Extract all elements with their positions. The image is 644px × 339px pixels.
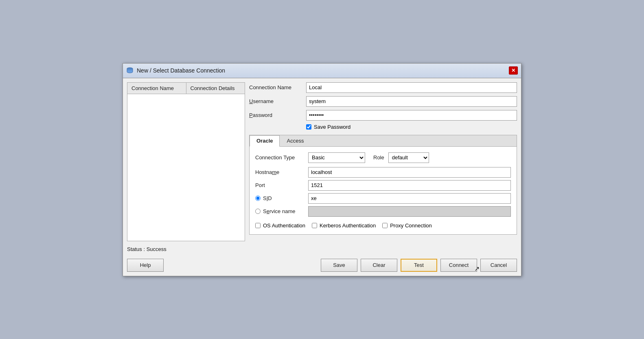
cancel-button[interactable]: Cancel (480, 259, 517, 272)
col-connection-details-header: Connection Details (186, 83, 245, 94)
col-connection-name-header: Connection Name (127, 83, 186, 94)
kerberos-auth-item: Kerberos Authentication (312, 222, 376, 229)
bottom-bar: Help Save Clear Test Connect ↗ Cancel (127, 257, 517, 272)
connect-button[interactable]: Connect (440, 259, 477, 272)
dialog-body: Connection Name Connection Details Conne… (123, 78, 521, 276)
help-button[interactable]: Help (127, 259, 164, 272)
password-input[interactable] (306, 110, 517, 121)
test-button[interactable]: Test (401, 259, 437, 272)
dialog-title: New / Select Database Connection (137, 67, 225, 74)
username-row: Username (249, 96, 517, 107)
connection-type-select[interactable]: Basic TNS LDAP Advanced (308, 152, 365, 163)
basic-fields: Hostname Port SID (255, 167, 511, 217)
tab-bar: Oracle Access (250, 135, 517, 147)
hostname-row: Hostname (255, 167, 511, 178)
proxy-conn-label: Proxy Connection (390, 222, 432, 229)
status-text: Status : Success (127, 246, 166, 252)
save-password-label: Save Password (314, 124, 350, 130)
os-auth-checkbox[interactable] (255, 223, 261, 228)
title-bar-left: New / Select Database Connection (126, 67, 225, 74)
save-password-checkbox[interactable] (306, 124, 311, 130)
hostname-input[interactable] (308, 167, 511, 178)
sid-row: SID (255, 193, 511, 204)
close-button[interactable]: ✕ (509, 66, 518, 75)
password-label: Password (249, 112, 302, 118)
os-auth-label: OS Authentication (263, 222, 305, 229)
role-select[interactable]: default SYSDBA SYSOPER (388, 152, 429, 163)
status-bar: Status : Success (127, 246, 517, 252)
username-label: Username (249, 98, 302, 104)
oracle-tab-content: Connection Type Basic TNS LDAP Advanced … (250, 147, 517, 234)
main-area: Connection Name Connection Details Conne… (127, 82, 517, 241)
connection-type-label: Connection Type (255, 154, 304, 161)
sid-input[interactable] (308, 193, 511, 204)
port-input[interactable] (308, 180, 511, 191)
right-panel: Connection Name Username Password Save P… (249, 82, 517, 241)
conn-type-row: Connection Type Basic TNS LDAP Advanced … (255, 152, 511, 163)
title-bar: New / Select Database Connection ✕ (123, 64, 521, 78)
bottom-right-buttons: Save Clear Test Connect ↗ Cancel (321, 259, 517, 272)
password-row: Password (249, 110, 517, 121)
tabs-area: Oracle Access Connection Type Basic TNS … (249, 135, 517, 235)
connection-name-label: Connection Name (249, 84, 302, 90)
sid-radio-label: SID (263, 195, 272, 201)
service-name-radio[interactable] (255, 209, 261, 214)
hostname-label: Hostname (255, 169, 304, 175)
connect-button-wrapper: Connect ↗ (440, 259, 477, 272)
auth-checkboxes-row: OS Authentication Kerberos Authenticatio… (255, 222, 511, 229)
save-button[interactable]: Save (321, 259, 357, 272)
clear-button[interactable]: Clear (361, 259, 397, 272)
proxy-conn-item: Proxy Connection (382, 222, 432, 229)
role-label: Role (373, 154, 384, 161)
port-label: Port (255, 182, 304, 188)
proxy-conn-checkbox[interactable] (382, 223, 388, 228)
connection-name-input[interactable] (306, 82, 517, 93)
kerberos-auth-checkbox[interactable] (312, 223, 317, 228)
left-panel-header: Connection Name Connection Details (127, 83, 245, 94)
connection-name-row: Connection Name (249, 82, 517, 93)
dialog-window: New / Select Database Connection ✕ Conne… (123, 63, 521, 276)
left-panel-body (127, 94, 245, 233)
service-name-radio-group: Service name (255, 208, 304, 214)
username-input[interactable] (306, 96, 517, 107)
save-password-row: Save Password (306, 124, 517, 130)
sid-radio[interactable] (255, 196, 261, 201)
os-auth-item: OS Authentication (255, 222, 305, 229)
service-name-row: Service name (255, 206, 511, 217)
sid-radio-group: SID (255, 195, 304, 201)
tab-oracle[interactable]: Oracle (250, 135, 280, 147)
database-icon (126, 67, 134, 74)
left-panel: Connection Name Connection Details (127, 82, 245, 241)
kerberos-auth-label: Kerberos Authentication (320, 222, 376, 229)
tab-access[interactable]: Access (280, 135, 311, 146)
port-row: Port (255, 180, 511, 191)
service-name-radio-label: Service name (263, 208, 295, 214)
service-name-input[interactable] (308, 206, 511, 217)
